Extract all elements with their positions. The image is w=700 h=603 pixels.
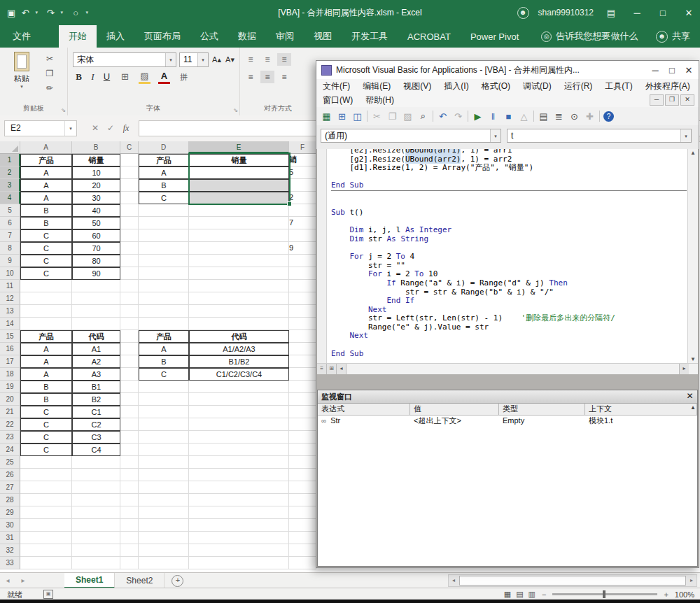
cut-icon[interactable]: ✂ <box>371 111 383 122</box>
cell-B14[interactable] <box>72 318 120 330</box>
cell-E1[interactable]: 销量 <box>189 154 289 166</box>
code-line[interactable]: Range("e" & j).Value = str <box>331 323 687 332</box>
sheet-nav-left-icon[interactable]: ◂ <box>0 573 15 588</box>
cell-E6[interactable] <box>189 217 289 229</box>
cell-F9[interactable] <box>289 255 316 267</box>
row-header-32[interactable]: 32 <box>0 544 20 557</box>
column-header-F[interactable]: F <box>289 141 316 153</box>
run-icon[interactable]: ▶ <box>472 111 484 122</box>
cell-C10[interactable] <box>120 267 139 280</box>
paste-button[interactable]: 粘贴 ▾ <box>6 52 38 97</box>
undo-icon[interactable]: ↶ <box>437 111 449 122</box>
vba-menu-row2-1[interactable]: 窗口(W) <box>316 94 359 106</box>
bold-button[interactable]: B <box>73 70 85 84</box>
cell-E17[interactable]: B1/B2 <box>189 355 289 368</box>
tab-page-layout[interactable]: 页面布局 <box>134 25 190 48</box>
cell-A23[interactable]: C <box>20 431 72 444</box>
font-color-icon[interactable]: A <box>158 71 170 84</box>
cell-B32[interactable] <box>72 544 120 557</box>
code-line[interactable] <box>331 200 687 209</box>
code-line[interactable]: [d1].Resize(1, 2) = Array("产品", "销量") <box>331 164 687 173</box>
align-right-icon[interactable]: ≡ <box>277 71 291 83</box>
cell-F16[interactable] <box>289 343 316 355</box>
cell-D4[interactable]: C <box>139 192 189 204</box>
tab-acrobat[interactable]: ACROBAT <box>398 25 461 48</box>
cell-A12[interactable] <box>20 292 72 305</box>
cell-A10[interactable]: C <box>20 267 72 280</box>
cell-E27[interactable] <box>189 481 289 494</box>
scroll-down-icon[interactable]: ▼ <box>688 356 698 362</box>
column-header-D[interactable]: D <box>139 141 189 153</box>
cell-C30[interactable] <box>120 519 139 532</box>
cell-F31[interactable] <box>289 532 316 544</box>
cell-A16[interactable]: A <box>20 343 72 355</box>
child-minimize-icon[interactable]: ─ <box>650 94 664 106</box>
center-icon[interactable]: ≡ <box>260 71 274 83</box>
scroll-left-icon[interactable]: ◂ <box>337 364 346 374</box>
cell-F10[interactable] <box>289 267 316 280</box>
cell-E19[interactable] <box>189 381 289 393</box>
underline-button[interactable]: U <box>101 70 113 84</box>
cell-B30[interactable] <box>72 519 120 532</box>
sheet-tab-sheet1[interactable]: Sheet1 <box>64 573 115 588</box>
zoom-out-button[interactable]: − <box>542 590 546 599</box>
row-header-31[interactable]: 31 <box>0 532 20 544</box>
watch-col-4[interactable]: 上下文 <box>585 404 697 415</box>
vba-menu-2[interactable]: 编辑(E) <box>356 80 397 92</box>
cell-B13[interactable] <box>72 305 120 318</box>
vba-menu-row2-2[interactable]: 帮助(H) <box>359 94 400 106</box>
cell-F15[interactable] <box>289 330 316 343</box>
ribbon-display-options-icon[interactable]: ▤ <box>603 8 620 18</box>
cell-B17[interactable]: A2 <box>72 355 120 368</box>
cell-C13[interactable] <box>120 305 139 318</box>
code-line[interactable] <box>331 341 687 350</box>
cell-B28[interactable] <box>72 494 120 506</box>
cell-E20[interactable] <box>189 393 289 406</box>
cell-F11[interactable] <box>289 280 316 292</box>
row-header-7[interactable]: 7 <box>0 229 20 242</box>
cell-A14[interactable] <box>20 318 72 330</box>
cell-B11[interactable] <box>72 280 120 292</box>
cell-B8[interactable]: 70 <box>72 242 120 255</box>
cell-A32[interactable] <box>20 544 72 557</box>
cell-C24[interactable] <box>120 444 139 456</box>
cell-E28[interactable] <box>189 494 289 506</box>
tab-view[interactable]: 视图 <box>304 25 342 48</box>
row-header-29[interactable]: 29 <box>0 506 20 519</box>
vba-menu-1[interactable]: 文件(F) <box>316 80 356 92</box>
row-header-1[interactable]: 1 <box>0 154 20 166</box>
row-header-23[interactable]: 23 <box>0 431 20 444</box>
cell-E5[interactable] <box>189 204 289 217</box>
minimize-button[interactable]: ─ <box>647 65 664 76</box>
scrollbar-track[interactable] <box>346 364 679 374</box>
cell-C5[interactable] <box>120 204 139 217</box>
tab-insert[interactable]: 插入 <box>97 25 134 48</box>
cell-F3[interactable] <box>289 179 316 192</box>
cell-C12[interactable] <box>120 292 139 305</box>
cell-F28[interactable] <box>289 494 316 506</box>
cell-F19[interactable] <box>289 381 316 393</box>
row-header-16[interactable]: 16 <box>0 343 20 355</box>
cell-C2[interactable] <box>120 166 139 179</box>
page-layout-view-icon[interactable]: ▤ <box>516 590 523 599</box>
scroll-up-icon[interactable]: ▲ <box>688 150 698 156</box>
cell-E16[interactable]: A1/A2/A3 <box>189 343 289 355</box>
cell-A20[interactable]: B <box>20 393 72 406</box>
cell-D5[interactable] <box>139 204 189 217</box>
cell-F13[interactable] <box>289 305 316 318</box>
cell-D12[interactable] <box>139 292 189 305</box>
align-left-icon[interactable]: ≡ <box>244 71 258 83</box>
cell-B16[interactable]: A1 <box>72 343 120 355</box>
cell-A27[interactable] <box>20 481 72 494</box>
cell-F17[interactable] <box>289 355 316 368</box>
paste-dropdown-icon[interactable]: ▾ <box>20 84 23 90</box>
cell-A7[interactable]: C <box>20 229 72 242</box>
cell-C9[interactable] <box>120 255 139 267</box>
row-header-22[interactable]: 22 <box>0 418 20 431</box>
watch-scroll-up-icon[interactable]: ▲ <box>690 404 696 411</box>
cell-F26[interactable] <box>289 469 316 481</box>
cell-F12[interactable] <box>289 292 316 305</box>
cell-A3[interactable]: A <box>20 179 72 192</box>
cell-D21[interactable] <box>139 406 189 418</box>
cell-D30[interactable] <box>139 519 189 532</box>
